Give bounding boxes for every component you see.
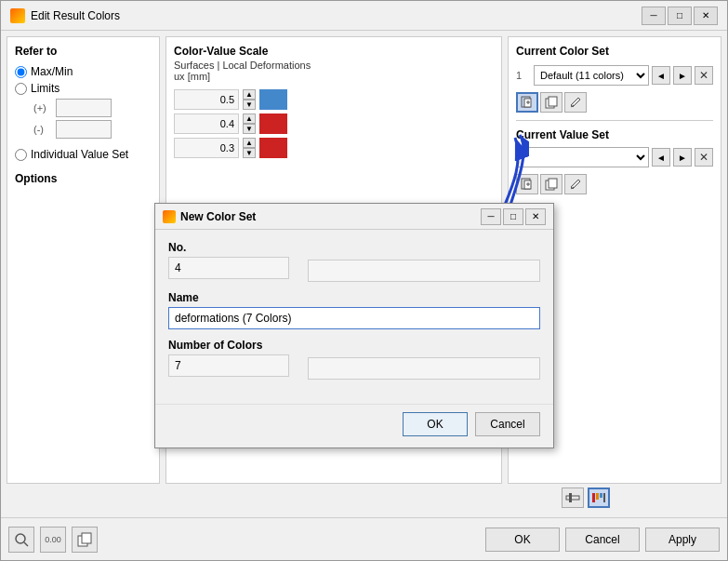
radio-maxmin[interactable]: Max/Min (15, 65, 152, 78)
name-field-group: Name (168, 291, 540, 329)
close-value-set-btn[interactable]: ✕ (695, 148, 713, 167)
dialog-title: New Color Set (180, 210, 256, 223)
radio-limits-input[interactable] (15, 83, 27, 95)
scale-value-2: 0.3 (174, 138, 239, 158)
cancel-toolbar-btn[interactable]: Cancel (565, 528, 640, 552)
scale-up-0[interactable]: ▲ (243, 89, 256, 100)
ok-toolbar-btn[interactable]: OK (485, 528, 560, 552)
svg-rect-18 (596, 493, 599, 500)
scale-subtitle: Surfaces | Local Deformations ux [mm] (174, 60, 494, 82)
scale-down-0[interactable]: ▼ (243, 100, 256, 110)
copy-color-set-btn[interactable] (540, 92, 563, 113)
dialog-footer: OK Cancel (155, 404, 553, 447)
dialog-title-bar: New Color Set ─ □ ✕ (155, 204, 553, 230)
svg-rect-17 (592, 493, 595, 502)
svg-rect-16 (569, 493, 572, 502)
main-window: Edit Result Colors ─ □ ✕ Refer to Max/Mi… (0, 0, 728, 561)
svg-rect-13 (549, 179, 557, 188)
search-icon (14, 532, 29, 547)
name-input[interactable] (168, 307, 540, 329)
refer-to-title: Refer to (15, 45, 152, 58)
radio-maxmin-input[interactable] (15, 66, 27, 78)
dialog-cancel-btn[interactable]: Cancel (475, 412, 540, 436)
no-field-group: No. 4 (168, 241, 540, 282)
dialog-close-btn[interactable]: ✕ (525, 208, 546, 225)
radio-limits[interactable]: Limits (15, 82, 152, 95)
svg-point-21 (16, 534, 25, 543)
scale-icon-btn-1[interactable] (562, 488, 584, 508)
minus-spinner-row: (-) (33, 120, 152, 139)
close-button[interactable]: ✕ (694, 7, 718, 25)
no-col-left: No. 4 (168, 241, 298, 279)
number-toolbar-btn[interactable]: 0.00 (40, 527, 66, 553)
color-block-red-2 (259, 138, 287, 158)
color-set-icon-row (516, 92, 713, 113)
new-value-set-btn[interactable] (516, 174, 538, 194)
current-value-set-title: Current Value Set (516, 128, 713, 141)
no-label: No. (168, 241, 298, 254)
window-title: Edit Result Colors (31, 9, 120, 22)
color-block-blue-0 (259, 89, 287, 110)
radio-maxmin-label: Max/Min (31, 65, 73, 78)
dialog-icon (163, 210, 176, 223)
content-area: Refer to Max/Min Limits (+) (1, 31, 727, 517)
value-set-select[interactable] (516, 147, 649, 167)
new-color-set-btn[interactable] (516, 92, 538, 113)
no-extra (308, 260, 540, 282)
search-toolbar-btn[interactable] (8, 527, 34, 553)
dialog-maximize-btn[interactable]: □ (503, 208, 523, 225)
options-section: Options (15, 172, 152, 189)
next-color-set-btn[interactable]: ► (673, 66, 692, 85)
prev-value-set-btn[interactable]: ◄ (652, 148, 670, 167)
num-colors-col-left: Number of Colors 7 (168, 339, 298, 377)
scale-icon-btn-2[interactable] (588, 488, 610, 508)
svg-rect-24 (82, 533, 91, 543)
color-set-select[interactable]: Default (11 colors) (534, 65, 649, 86)
num-colors-col-right (308, 339, 540, 380)
new-color-set-icon (521, 96, 534, 109)
copy-toolbar-btn[interactable] (72, 527, 98, 553)
toolbar-right: OK Cancel Apply (485, 528, 720, 552)
no-value: 4 (168, 257, 289, 279)
svg-rect-15 (566, 496, 579, 500)
dialog-title-controls: ─ □ ✕ (481, 208, 546, 225)
scale-icon-2 (591, 491, 606, 504)
num-colors-value: 7 (168, 354, 289, 377)
scale-down-2[interactable]: ▼ (243, 148, 256, 158)
radio-individual[interactable]: Individual Value Set (15, 148, 152, 161)
scale-spin-1: ▲ ▼ (243, 114, 256, 134)
plus-input[interactable] (56, 99, 112, 117)
new-value-set-icon (521, 178, 534, 191)
options-title: Options (15, 172, 152, 185)
scale-item-2: 0.3 ▲ ▼ (174, 138, 494, 158)
scale-down-1[interactable]: ▼ (243, 124, 256, 134)
prev-color-set-btn[interactable]: ◄ (652, 66, 670, 85)
dialog-minimize-btn[interactable]: ─ (481, 208, 501, 225)
bottom-scale-icons (7, 488, 721, 512)
radio-individual-input[interactable] (15, 149, 27, 161)
scale-up-1[interactable]: ▲ (243, 114, 256, 124)
edit-color-set-btn[interactable] (564, 92, 587, 113)
apply-toolbar-btn[interactable]: Apply (645, 528, 720, 552)
section-divider (516, 120, 713, 121)
copy-value-set-btn[interactable] (540, 174, 563, 194)
maximize-button[interactable]: □ (668, 7, 692, 25)
edit-value-set-btn[interactable] (564, 174, 587, 194)
scale-spin-0: ▲ ▼ (243, 89, 256, 110)
current-color-set-title: Current Color Set (516, 45, 713, 58)
svg-rect-6 (549, 97, 557, 106)
copy-color-set-icon (545, 96, 558, 109)
dialog-ok-btn[interactable]: OK (403, 412, 468, 436)
no-col-right (308, 241, 540, 282)
svg-line-22 (24, 542, 28, 546)
minus-input[interactable] (56, 120, 112, 139)
num-colors-field-group: Number of Colors 7 (168, 339, 540, 380)
next-value-set-btn[interactable]: ► (673, 148, 692, 167)
color-block-red-1 (259, 114, 287, 134)
scale-item-0: 0.5 ▲ ▼ (174, 89, 494, 110)
title-bar-left: Edit Result Colors (10, 8, 120, 23)
minimize-button[interactable]: ─ (642, 7, 666, 25)
close-color-set-btn[interactable]: ✕ (695, 66, 713, 85)
scale-up-2[interactable]: ▲ (243, 138, 256, 148)
scale-item-1: 0.4 ▲ ▼ (174, 114, 494, 134)
